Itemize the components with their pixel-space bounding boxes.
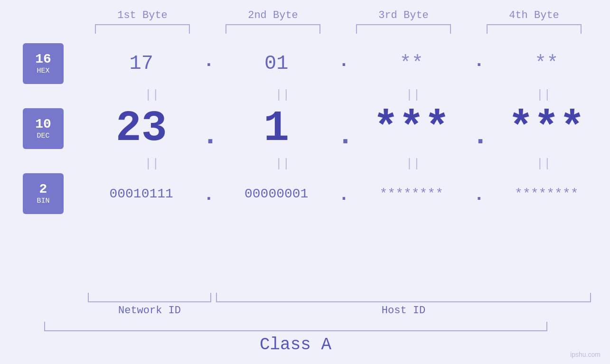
hex-dot-3: . bbox=[472, 52, 486, 70]
dec-byte-2: 1 bbox=[229, 104, 324, 153]
hex-dot-1: . bbox=[202, 52, 216, 70]
dec-badge-label: DEC bbox=[37, 132, 49, 140]
dec-byte-4: *** bbox=[499, 104, 594, 153]
watermark: ipshu.com bbox=[570, 351, 601, 358]
bin-byte-1: 00010111 bbox=[94, 187, 189, 201]
hex-bytes: 17 . 01 . ** . ** bbox=[87, 52, 601, 75]
eq-7: || bbox=[366, 157, 460, 171]
byte-header-2: 2nd Byte bbox=[221, 9, 325, 21]
eq-8: || bbox=[496, 157, 591, 171]
bin-byte-3: ******** bbox=[364, 187, 459, 201]
class-a-label: Class A bbox=[0, 335, 591, 355]
host-bracket bbox=[216, 293, 591, 302]
eq-6: || bbox=[235, 157, 330, 171]
network-bracket bbox=[88, 293, 211, 302]
bracket-3 bbox=[356, 24, 451, 34]
class-a-bracket bbox=[44, 322, 547, 331]
class-a-section: Class A bbox=[0, 322, 591, 355]
hex-byte-4: ** bbox=[499, 52, 594, 75]
bottom-section: Network ID Host ID bbox=[88, 293, 591, 317]
host-id-label: Host ID bbox=[216, 305, 591, 317]
bracket-1 bbox=[95, 24, 190, 34]
bottom-brackets bbox=[88, 293, 591, 302]
bin-dot-3: . bbox=[472, 186, 486, 204]
hex-byte-2: 01 bbox=[229, 52, 324, 75]
dec-row: 10 DEC 23 . 1 . *** . *** bbox=[0, 104, 610, 153]
eq-5: || bbox=[104, 157, 199, 171]
dec-dot-2: . bbox=[337, 121, 351, 150]
main-container: 1st Byte 2nd Byte 3rd Byte 4th Byte 16 H… bbox=[0, 0, 610, 364]
byte-header-1: 1st Byte bbox=[90, 9, 195, 21]
dec-dot-1: . bbox=[202, 121, 216, 150]
bin-badge: 2 BIN bbox=[23, 173, 64, 214]
eq-2: || bbox=[235, 88, 330, 102]
bin-bytes: 00010111 . 00000001 . ******** . *******… bbox=[87, 184, 601, 204]
bin-dot-2: . bbox=[337, 186, 351, 204]
hex-badge-label: HEX bbox=[37, 67, 49, 75]
dec-bytes: 23 . 1 . *** . *** bbox=[87, 104, 601, 153]
bracket-4 bbox=[487, 24, 582, 34]
bottom-labels: Network ID Host ID bbox=[88, 305, 591, 317]
bin-byte-2: 00000001 bbox=[229, 187, 324, 201]
dec-badge-number: 10 bbox=[35, 117, 51, 132]
bin-badge-label: BIN bbox=[37, 197, 49, 205]
eq-1: || bbox=[104, 88, 199, 102]
eq-3: || bbox=[366, 88, 460, 102]
top-brackets bbox=[77, 24, 600, 34]
bin-byte-4: ******** bbox=[499, 187, 594, 201]
dec-dot-3: . bbox=[472, 121, 486, 150]
dec-badge: 10 DEC bbox=[23, 108, 64, 149]
eq-row-1: || || || || bbox=[87, 88, 609, 102]
hex-byte-3: ** bbox=[364, 52, 459, 75]
bin-dot-1: . bbox=[202, 186, 216, 204]
byte-header-3: 3rd Byte bbox=[351, 9, 456, 21]
bin-row: 2 BIN 00010111 . 00000001 . ******** . *… bbox=[0, 173, 610, 214]
byte-headers: 1st Byte 2nd Byte 3rd Byte 4th Byte bbox=[77, 9, 600, 21]
bin-badge-number: 2 bbox=[39, 182, 47, 197]
byte-header-4: 4th Byte bbox=[482, 9, 586, 21]
hex-badge-number: 16 bbox=[35, 52, 51, 67]
dec-byte-3: *** bbox=[364, 104, 459, 153]
hex-byte-1: 17 bbox=[94, 52, 189, 75]
dec-byte-1: 23 bbox=[94, 104, 189, 153]
hex-dot-2: . bbox=[337, 52, 351, 70]
bracket-2 bbox=[225, 24, 320, 34]
eq-row-2: || || || || bbox=[87, 157, 609, 171]
network-id-label: Network ID bbox=[88, 305, 211, 317]
hex-row: 16 HEX 17 . 01 . ** . ** bbox=[0, 43, 610, 84]
eq-4: || bbox=[496, 88, 591, 102]
hex-badge: 16 HEX bbox=[23, 43, 64, 84]
